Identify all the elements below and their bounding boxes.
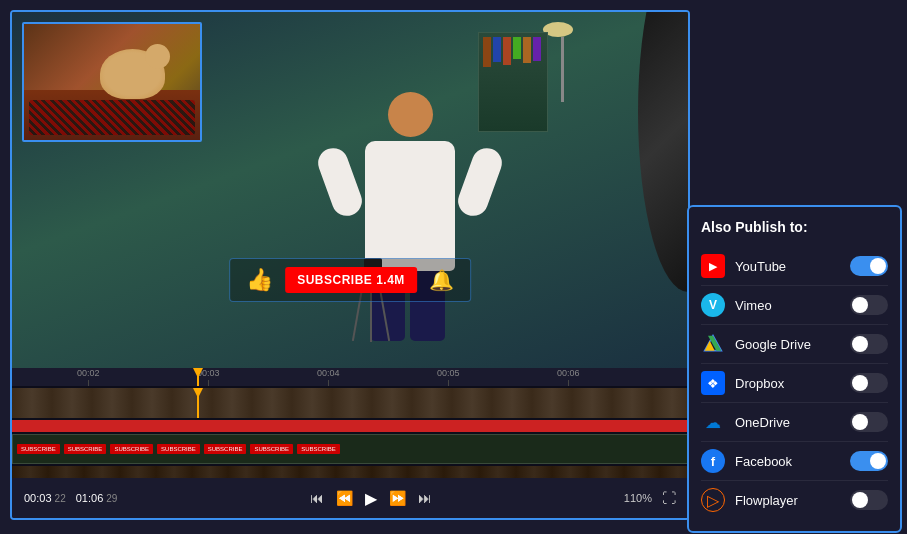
lamp: [548, 22, 568, 102]
onedrive-toggle-knob: [852, 414, 868, 430]
timeline-ruler: 00:02 00:03 00:04 00:05 00:06: [12, 368, 688, 386]
subscribe-track[interactable]: SUBSCRIBE SUBSCRIBE SUBSCRIBE SUBSCRIBE …: [12, 434, 688, 464]
youtube-toggle-knob: [870, 258, 886, 274]
zoom-level: 110%: [624, 492, 652, 504]
platform-item-dropbox: ❖ Dropbox: [701, 364, 888, 403]
youtube-icon: ▶: [701, 254, 725, 278]
play-button[interactable]: ▶: [363, 487, 379, 510]
platform-item-facebook: f Facebook: [701, 442, 888, 481]
youtube-toggle[interactable]: [850, 256, 888, 276]
vimeo-label: Vimeo: [735, 298, 850, 313]
overlay-thumb-content: [24, 24, 200, 140]
ruler-mark-5: 00:06: [557, 368, 580, 386]
ruler-mark-1: 00:02: [77, 368, 100, 386]
audio-track[interactable]: [12, 420, 688, 432]
dropbox-toggle[interactable]: [850, 373, 888, 393]
googledrive-icon: [701, 332, 725, 356]
vimeo-toggle[interactable]: [850, 295, 888, 315]
subscribe-thumb-6: SUBSCRIBE: [250, 444, 293, 454]
subscribe-thumb-3: SUBSCRIBE: [110, 444, 153, 454]
youtube-label: YouTube: [735, 259, 850, 274]
flowplayer-toggle[interactable]: [850, 490, 888, 510]
playhead-track: [197, 388, 199, 418]
flowplayer-toggle-knob: [852, 492, 868, 508]
video-preview: 👍 SUBSCRIBE 1.4M 🔔: [12, 12, 688, 372]
transport-controls: ⏮ ⏪ ▶ ⏩ ⏭: [308, 487, 434, 510]
platform-item-flowplayer: ▷ Flowplayer: [701, 481, 888, 519]
googledrive-label: Google Drive: [735, 337, 850, 352]
dropbox-label: Dropbox: [735, 376, 850, 391]
subscribe-overlay: 👍 SUBSCRIBE 1.4M 🔔: [229, 258, 471, 302]
onedrive-icon: ☁: [701, 410, 725, 434]
facebook-toggle-knob: [870, 453, 886, 469]
facebook-icon: f: [701, 449, 725, 473]
subscribe-thumb-1: SUBSCRIBE: [17, 444, 60, 454]
onedrive-toggle[interactable]: [850, 412, 888, 432]
facebook-toggle[interactable]: [850, 451, 888, 471]
overlay-thumbnail[interactable]: [22, 22, 202, 142]
facebook-label: Facebook: [735, 454, 850, 469]
skip-forward-button[interactable]: ⏭: [416, 488, 434, 508]
subscribe-thumb-5: SUBSCRIBE: [204, 444, 247, 454]
timeline-area: 00:02 00:03 00:04 00:05 00:06: [12, 368, 688, 478]
ruler-mark-3: 00:04: [317, 368, 340, 386]
editor-panel: 👍 SUBSCRIBE 1.4M 🔔 00:03 22 01:06 29 ⏮ ⏪…: [10, 10, 690, 520]
onedrive-label: OneDrive: [735, 415, 850, 430]
vimeo-toggle-knob: [852, 297, 868, 313]
fullscreen-button[interactable]: ⛶: [662, 490, 676, 506]
platform-item-onedrive: ☁ OneDrive: [701, 403, 888, 442]
fast-forward-button[interactable]: ⏩: [387, 488, 408, 508]
bell-icon[interactable]: 🔔: [429, 268, 454, 292]
publish-panel: Also Publish to: ▶ YouTube V Vimeo Googl: [687, 205, 902, 533]
lamp-pole: [561, 37, 564, 102]
main-container: 👍 SUBSCRIBE 1.4M 🔔 00:03 22 01:06 29 ⏮ ⏪…: [0, 0, 907, 534]
vimeo-icon: V: [701, 293, 725, 317]
ruler-mark-4: 00:05: [437, 368, 460, 386]
total-time: 01:06 29: [76, 492, 118, 504]
video-track-top[interactable]: [12, 388, 688, 418]
publish-title: Also Publish to:: [701, 219, 888, 235]
dropbox-icon: ❖: [701, 371, 725, 395]
dropbox-toggle-knob: [852, 375, 868, 391]
googledrive-toggle[interactable]: [850, 334, 888, 354]
platform-item-vimeo: V Vimeo: [701, 286, 888, 325]
transport-bar: 00:03 22 01:06 29 ⏮ ⏪ ▶ ⏩ ⏭ 110% ⛶: [12, 478, 688, 518]
playhead[interactable]: [197, 368, 199, 386]
flowplayer-icon: ▷: [701, 488, 725, 512]
like-icon[interactable]: 👍: [246, 267, 273, 293]
rewind-button[interactable]: ⏪: [334, 488, 355, 508]
flowplayer-label: Flowplayer: [735, 493, 850, 508]
skip-back-button[interactable]: ⏮: [308, 488, 326, 508]
subscribe-thumb-4: SUBSCRIBE: [157, 444, 200, 454]
subscribe-thumb-2: SUBSCRIBE: [64, 444, 107, 454]
bookshelf: [478, 32, 548, 132]
subscribe-thumb-7: SUBSCRIBE: [297, 444, 340, 454]
platform-item-youtube: ▶ YouTube: [701, 247, 888, 286]
subscribe-button[interactable]: SUBSCRIBE 1.4M: [285, 267, 417, 293]
googledrive-toggle-knob: [852, 336, 868, 352]
current-time: 00:03 22: [24, 492, 66, 504]
platform-item-googledrive: Google Drive: [701, 325, 888, 364]
